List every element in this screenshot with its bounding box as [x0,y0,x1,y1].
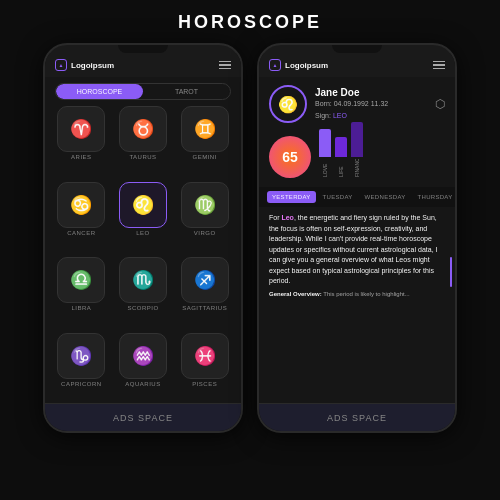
bar-finance-visual [351,122,363,157]
zodiac-aries[interactable]: ♈ ARIES [53,106,110,177]
topbar-left: Logoipsum [45,53,241,77]
zodiac-box-taurus: ♉ [119,106,167,152]
bar-love: LOVE [319,129,331,177]
zodiac-box-capricorn: ♑ [57,333,105,379]
tab-horoscope[interactable]: HOROSCOPE [56,84,143,99]
score-circle: 65 [269,136,311,178]
logo-right: Logoipsum [269,59,328,71]
ads-space-left: ADS SPACE [45,403,241,431]
logo-text-left: Logoipsum [71,61,114,70]
topbar-right: Logoipsum [259,53,455,77]
zodiac-sagittarius[interactable]: ♐ SAGITTARIUS [176,257,233,328]
bar-life-visual [335,137,347,157]
phones-container: Logoipsum HOROSCOPE TAROT ♈ ARIES ♉ TAUR [33,43,467,500]
screen-left: Logoipsum HOROSCOPE TAROT ♈ ARIES ♉ TAUR [45,53,241,431]
logo-left: Logoipsum [55,59,114,71]
phone-right: Logoipsum ♌ Jane Doe Born: 04.09.1992 11… [257,43,457,433]
zodiac-box-virgo: ♍ [181,182,229,228]
menu-icon-right[interactable] [433,61,445,70]
day-tabs: YESTERDAY TUESDAY WEDNESDAY THURSDAY [259,187,455,207]
logo-icon-left [55,59,67,71]
phone-notch-right [332,45,382,53]
phone-left: Logoipsum HOROSCOPE TAROT ♈ ARIES ♉ TAUR [43,43,243,433]
profile-sign-value: LEO [333,112,347,119]
desc-overview-label: General Overview: [269,291,322,297]
scroll-indicator[interactable] [450,257,452,287]
page-title: HOROSCOPE [178,0,322,43]
phone-notch-left [118,45,168,53]
zodiac-label-pisces: PISCES [192,381,217,387]
profile-section: ♌ Jane Doe Born: 04.09.1992 11.32 Sign: … [259,77,455,127]
profile-info: Jane Doe Born: 04.09.1992 11.32 Sign: LE… [315,87,427,120]
tab-yesterday[interactable]: YESTERDAY [267,191,316,203]
zodiac-box-libra: ♎ [57,257,105,303]
ads-space-right: ADS SPACE [259,403,455,431]
zodiac-label-virgo: VIRGO [194,230,216,236]
screen-right: Logoipsum ♌ Jane Doe Born: 04.09.1992 11… [259,53,455,431]
zodiac-cancer[interactable]: ♋ CANCER [53,182,110,253]
bar-love-visual [319,129,331,157]
bars-container: LOVE LIFE FINANCE [319,137,445,177]
menu-icon-left[interactable] [219,61,231,70]
zodiac-scorpio[interactable]: ♏ SCORPIO [115,257,172,328]
zodiac-label-taurus: TAURUS [129,154,156,160]
zodiac-label-leo: LEO [136,230,150,236]
zodiac-box-aquarius: ♒ [119,333,167,379]
tab-tuesday[interactable]: TUESDAY [318,191,358,203]
logo-icon-right [269,59,281,71]
bar-finance-label: FINANCE [354,159,360,177]
zodiac-label-scorpio: SCORPIO [127,305,158,311]
profile-born: Born: 04.09.1992 11.32 [315,98,427,109]
profile-name: Jane Doe [315,87,427,98]
desc-title: For Leo, the energetic and fiery sign ru… [269,213,445,287]
stats-section: 65 LOVE LIFE FINANCE [259,127,455,187]
zodiac-leo[interactable]: ♌ LEO [115,182,172,253]
logo-text-right: Logoipsum [285,61,328,70]
bar-life-label: LIFE [338,159,344,177]
zodiac-gemini[interactable]: ♊ GEMINI [176,106,233,177]
zodiac-box-aries: ♈ [57,106,105,152]
tab-tarot[interactable]: TAROT [143,84,230,99]
zodiac-label-libra: LIBRA [71,305,91,311]
zodiac-label-aquarius: AQUARIUS [125,381,160,387]
bar-love-label: LOVE [322,159,328,177]
zodiac-label-gemini: GEMINI [192,154,216,160]
bar-finance: FINANCE [351,122,363,177]
desc-overview: General Overview: This period is likely … [269,291,445,297]
desc-overview-text: This period is likely to highlight... [323,291,409,297]
zodiac-virgo[interactable]: ♍ VIRGO [176,182,233,253]
zodiac-pisces[interactable]: ♓ PISCES [176,333,233,404]
desc-sign-name: Leo [281,214,293,221]
zodiac-box-cancer: ♋ [57,182,105,228]
bar-life: LIFE [335,137,347,177]
zodiac-grid: ♈ ARIES ♉ TAURUS ♊ GEMINI ♋ CANCER ♌ [45,106,241,403]
zodiac-taurus[interactable]: ♉ TAURUS [115,106,172,177]
share-icon[interactable]: ⬡ [435,97,445,111]
zodiac-box-scorpio: ♏ [119,257,167,303]
desc-body: the energetic and fiery sign ruled by th… [269,214,437,284]
zodiac-libra[interactable]: ♎ LIBRA [53,257,110,328]
zodiac-label-cancer: CANCER [67,230,95,236]
zodiac-label-aries: ARIES [71,154,92,160]
zodiac-box-leo: ♌ [119,182,167,228]
avatar: ♌ [269,85,307,123]
profile-sign: Sign: LEO [315,110,427,121]
zodiac-box-pisces: ♓ [181,333,229,379]
description-area: For Leo, the energetic and fiery sign ru… [259,207,455,403]
tab-bar-left: HOROSCOPE TAROT [55,83,231,100]
tab-wednesday[interactable]: WEDNESDAY [360,191,411,203]
tab-thursday[interactable]: THURSDAY [413,191,455,203]
zodiac-box-gemini: ♊ [181,106,229,152]
zodiac-box-sagittarius: ♐ [181,257,229,303]
zodiac-label-sagittarius: SAGITTARIUS [182,305,227,311]
zodiac-capricorn[interactable]: ♑ CAPRICORN [53,333,110,404]
zodiac-aquarius[interactable]: ♒ AQUARIUS [115,333,172,404]
zodiac-label-capricorn: CAPRICORN [61,381,102,387]
